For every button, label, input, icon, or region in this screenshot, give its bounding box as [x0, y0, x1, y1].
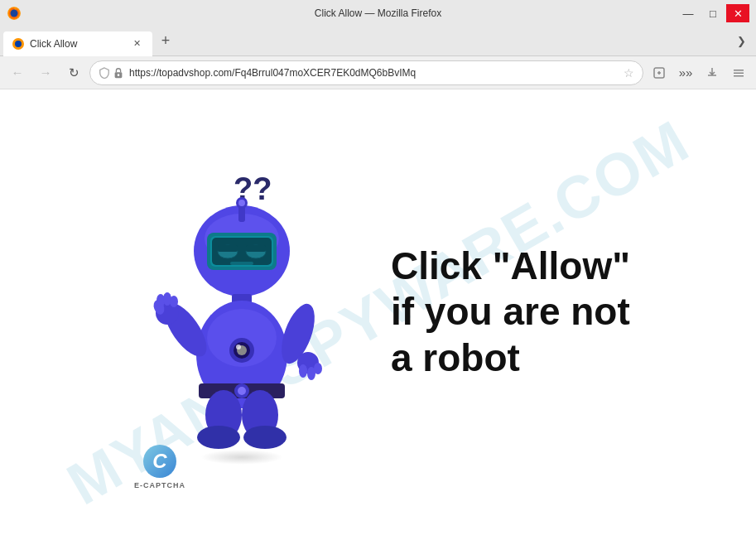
svg-rect-8: [734, 72, 744, 74]
nav-right-icons: »»: [647, 60, 751, 85]
svg-point-33: [236, 345, 241, 349]
robot-svg: ??: [142, 160, 341, 458]
extensions-button[interactable]: »»: [673, 60, 698, 85]
robot-shadow: [200, 450, 283, 465]
svg-rect-21: [218, 245, 238, 252]
svg-point-42: [299, 364, 307, 378]
url-text: https://topadvshop.com/Fq4Brrul047moXCER…: [129, 67, 619, 79]
svg-rect-7: [734, 70, 744, 71]
back-button[interactable]: ←: [5, 60, 30, 85]
close-button[interactable]: ✕: [726, 4, 749, 22]
tab-bar: Click Allow ✕ + ❯: [0, 27, 756, 56]
tab-favicon-icon: [12, 37, 25, 51]
svg-rect-9: [734, 75, 744, 77]
svg-point-29: [238, 387, 246, 395]
svg-rect-22: [246, 245, 266, 252]
tab-close-button[interactable]: ✕: [129, 36, 144, 51]
svg-point-39: [170, 296, 178, 307]
message-line-3: a robot: [391, 335, 630, 381]
ecaptcha-label: E-CAPTCHA: [134, 481, 185, 489]
svg-point-48: [243, 426, 287, 449]
refresh-button[interactable]: ↻: [61, 60, 86, 85]
svg-point-1: [11, 10, 18, 17]
svg-point-5: [118, 74, 120, 76]
page-content: MYANTISPYWARE.COM ??: [0, 89, 756, 535]
container-button[interactable]: [647, 60, 672, 85]
svg-rect-23: [230, 262, 253, 265]
shield-icon: [99, 67, 110, 79]
nav-bar: ← → ↻ https://topadvshop.com/Fq4Brrul047…: [0, 56, 756, 89]
robot-illustration: ??: [126, 160, 358, 465]
downloads-button[interactable]: [700, 60, 725, 85]
svg-point-15: [238, 200, 245, 206]
main-content-area: ??: [0, 143, 756, 481]
window-title: Click Allow — Mozilla Firefox: [315, 7, 441, 19]
tabs-expand-button[interactable]: ❯: [730, 30, 753, 53]
message-line-1: Click "Allow": [391, 243, 630, 289]
address-bar[interactable]: https://topadvshop.com/Fq4Brrul047moXCER…: [89, 60, 643, 85]
new-tab-button[interactable]: +: [154, 30, 177, 53]
address-bar-icons: [99, 67, 124, 79]
ecaptcha-logo: C: [143, 445, 176, 478]
svg-point-47: [197, 426, 240, 449]
maximize-button[interactable]: □: [701, 4, 725, 22]
captcha-message: Click "Allow" if you are not a robot: [391, 243, 630, 381]
lock-icon: [113, 67, 124, 79]
ecaptcha-area: C E-CAPTCHA: [134, 445, 185, 489]
bookmark-star-icon[interactable]: ☆: [624, 66, 634, 80]
window-controls: — □ ✕: [677, 4, 749, 22]
active-tab[interactable]: Click Allow ✕: [3, 31, 152, 56]
svg-point-44: [314, 363, 322, 374]
menu-button[interactable]: [726, 60, 751, 85]
minimize-button[interactable]: —: [677, 4, 700, 22]
firefox-icon: [7, 6, 22, 21]
svg-point-3: [15, 41, 22, 47]
message-line-2: if you are not: [391, 289, 630, 335]
forward-button[interactable]: →: [33, 60, 58, 85]
tab-bar-right: ❯: [730, 30, 753, 53]
tab-label: Click Allow: [30, 38, 124, 50]
title-bar: Click Allow — Mozilla Firefox — □ ✕: [0, 0, 756, 27]
